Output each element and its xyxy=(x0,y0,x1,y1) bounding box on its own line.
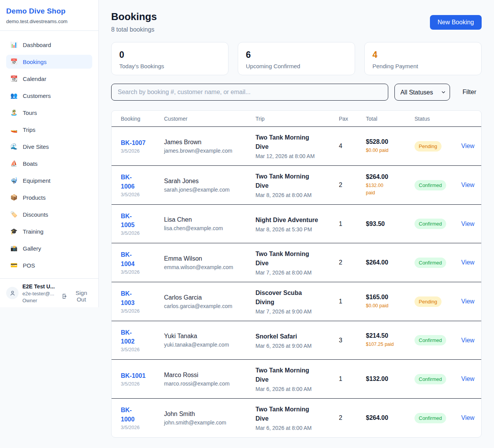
sidebar-item-products[interactable]: 📦Products xyxy=(6,190,92,204)
pax-count: 3 xyxy=(339,337,366,344)
booking-date: 3/5/2026 xyxy=(121,269,164,275)
user-name: E2E Test U... xyxy=(22,283,61,290)
sidebar-nav: 📊Dashboard📅Bookings📆Calendar👥Customers🏝️… xyxy=(0,31,98,278)
search-input[interactable] xyxy=(111,84,388,101)
view-cell: View xyxy=(461,337,474,344)
customer-cell: James Brownjames.brown@example.com xyxy=(164,139,255,154)
view-link[interactable]: View xyxy=(461,182,474,189)
stat-card-pending-payment: 4Pending Payment xyxy=(364,42,482,75)
sidebar-item-boats[interactable]: ⛵Boats xyxy=(6,157,92,170)
sidebar-item-bookings[interactable]: 📅Bookings xyxy=(6,55,92,69)
sidebar: Demo Dive Shop demo.test.divestreams.com… xyxy=(0,0,99,307)
paid-amount: $0.00 paid xyxy=(366,302,414,310)
customer-email: emma.wilson@example.com xyxy=(164,264,255,270)
pax-count: 1 xyxy=(339,298,366,305)
total-cell: $264.00$132.00 paid xyxy=(366,173,414,197)
view-link[interactable]: View xyxy=(461,376,474,382)
view-link[interactable]: View xyxy=(461,143,474,150)
sidebar-item-dashboard[interactable]: 📊Dashboard xyxy=(6,38,92,52)
sidebar-user-footer: E2E Test U... e2e-tester@... Owner Sign … xyxy=(0,278,98,308)
sidebar-item-training[interactable]: 🎓Training xyxy=(6,224,92,238)
trip-name: Two Tank Morning Dive xyxy=(255,405,322,423)
status-badge: Confirmed xyxy=(414,219,446,229)
trip-cell: Night Dive AdventureMar 8, 2026 at 5:30 … xyxy=(255,216,339,232)
main-content: Bookings 8 total bookings New Booking 0T… xyxy=(99,0,494,448)
sidebar-item-discounts[interactable]: 🏷️Discounts xyxy=(6,207,92,221)
sidebar-item-equipment[interactable]: 🤿Equipment xyxy=(6,173,92,187)
customer-cell: Sarah Jonessarah.jones@example.com xyxy=(164,178,255,193)
sign-out-button[interactable]: Sign Out xyxy=(61,290,92,303)
trip-cell: Two Tank Morning DiveMar 7, 2026 at 8:00… xyxy=(255,249,339,276)
total-amount: $93.50 xyxy=(366,221,414,227)
view-link[interactable]: View xyxy=(461,337,474,344)
booking-id-link[interactable]: BK-1006 xyxy=(121,173,139,190)
sidebar-item-tours[interactable]: 🏝️Tours xyxy=(6,106,92,120)
stat-label: Today's Bookings xyxy=(119,63,220,69)
pax-count: 1 xyxy=(339,376,366,382)
total-cell: $264.00 xyxy=(366,259,414,266)
view-cell: View xyxy=(461,143,474,150)
trip-cell: Discover Scuba DivingMar 7, 2026 at 9:00… xyxy=(255,288,339,315)
sailboat-icon: ⛵ xyxy=(10,160,18,167)
pax-count: 2 xyxy=(339,182,366,189)
view-link[interactable]: View xyxy=(461,414,474,421)
table-row: BK-10023/5/2026Yuki Tanakayuki.tanaka@ex… xyxy=(112,321,481,359)
status-badge: Confirmed xyxy=(414,413,446,423)
table-body: BK-10073/5/2026James Brownjames.brown@ex… xyxy=(112,127,481,437)
customer-name: John Smith xyxy=(164,411,255,418)
booking-id-link[interactable]: BK-1001 xyxy=(121,371,164,380)
trip-datetime: Mar 12, 2026 at 8:00 AM xyxy=(255,153,339,159)
filter-button[interactable]: Filter xyxy=(457,89,482,96)
sidebar-item-label: Products xyxy=(23,194,46,201)
credit-card-icon: 💳 xyxy=(10,262,18,269)
status-select[interactable]: All Statuses xyxy=(394,84,450,101)
sidebar-item-label: Customers xyxy=(23,93,51,99)
status-cell: Pending xyxy=(414,141,461,152)
sidebar-item-trips[interactable]: 🚤Trips xyxy=(6,123,92,136)
filter-row: All Statuses Filter xyxy=(111,84,482,101)
booking-cell: BK-10063/5/2026 xyxy=(121,173,164,197)
island-icon: 🏝️ xyxy=(10,109,18,116)
paid-amount: $0.00 paid xyxy=(366,147,414,154)
booking-id-link[interactable]: BK-1004 xyxy=(121,250,139,268)
person-icon xyxy=(9,290,16,296)
booking-id-link[interactable]: BK-1005 xyxy=(121,212,139,229)
booking-date: 3/5/2026 xyxy=(121,308,164,314)
col-header-customer: Customer xyxy=(164,116,255,122)
sidebar-item-calendar[interactable]: 📆Calendar xyxy=(6,72,92,86)
customer-cell: John Smithjohn.smith@example.com xyxy=(164,411,255,426)
trip-cell: Two Tank Morning DiveMar 8, 2026 at 8:00… xyxy=(255,172,339,198)
booking-id-link[interactable]: BK-1003 xyxy=(121,289,139,307)
view-cell: View xyxy=(461,182,474,189)
stat-value: 4 xyxy=(372,50,474,60)
sidebar-item-pos[interactable]: 💳POS xyxy=(6,258,92,272)
tear-off-calendar-icon: 📆 xyxy=(10,75,18,82)
total-cell: $132.00 xyxy=(366,376,414,382)
booking-date: 3/5/2026 xyxy=(121,192,164,197)
booking-id-link[interactable]: BK-1000 xyxy=(121,406,139,423)
sidebar-item-dive-sites[interactable]: 🌊Dive Sites xyxy=(6,140,92,153)
col-header-trip: Trip xyxy=(255,116,339,122)
wave-icon: 🌊 xyxy=(10,143,18,150)
booking-id-link[interactable]: BK-1007 xyxy=(121,138,164,147)
sidebar-item-gallery[interactable]: 📸Gallery xyxy=(6,241,92,255)
view-cell: View xyxy=(461,298,474,305)
customer-cell: Emma Wilsonemma.wilson@example.com xyxy=(164,255,255,270)
diving-mask-icon: 🤿 xyxy=(10,177,18,184)
trip-datetime: Mar 7, 2026 at 9:00 AM xyxy=(255,308,339,315)
sidebar-item-customers[interactable]: 👥Customers xyxy=(6,89,92,103)
view-link[interactable]: View xyxy=(461,259,474,266)
customer-email: carlos.garcia@example.com xyxy=(164,303,255,309)
status-cell: Confirmed xyxy=(414,335,461,345)
booking-id-link[interactable]: BK-1002 xyxy=(121,328,139,346)
view-link[interactable]: View xyxy=(461,221,474,227)
view-link[interactable]: View xyxy=(461,298,474,305)
col-header-total: Total xyxy=(366,116,414,122)
paid-amount: $132.00 paid xyxy=(366,182,391,197)
total-amount: $165.00 xyxy=(366,294,414,301)
paid-amount: $107.25 paid xyxy=(366,341,414,348)
stat-label: Pending Payment xyxy=(372,63,474,69)
trip-cell: Two Tank Morning DiveMar 12, 2026 at 8:0… xyxy=(255,133,339,159)
new-booking-button[interactable]: New Booking xyxy=(430,15,482,30)
booking-cell: BK-10073/5/2026 xyxy=(121,138,164,154)
